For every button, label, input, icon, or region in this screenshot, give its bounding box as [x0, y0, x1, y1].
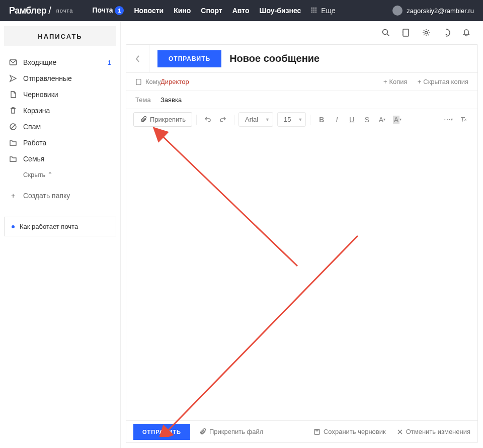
- bcc-button[interactable]: + Скрытая копия: [418, 78, 468, 85]
- folder-icon: [9, 155, 17, 163]
- svg-line-17: [167, 236, 358, 432]
- folder-work[interactable]: Работа: [4, 136, 116, 150]
- folder-label: Семья: [23, 155, 44, 163]
- more-formatting-button[interactable]: ⋯▾: [441, 113, 455, 127]
- svg-point-7: [313, 12, 314, 13]
- svg-point-8: [315, 12, 316, 13]
- folder-sent[interactable]: Отправленные: [4, 71, 116, 85]
- utility-row: [121, 21, 483, 44]
- svg-point-6: [311, 12, 312, 13]
- search-icon[interactable]: [381, 28, 390, 37]
- svg-point-2: [315, 8, 316, 9]
- folder-label: Корзина: [23, 107, 50, 115]
- compose-title: Новое сообщение: [229, 53, 319, 64]
- hide-folders-link[interactable]: Скрыть ⌃: [4, 168, 116, 182]
- top-nav: Почта1 Новости Кино Спорт Авто Шоу-бизне…: [92, 6, 335, 15]
- folder-inbox[interactable]: Входящие 1: [4, 55, 116, 69]
- nav-sport[interactable]: Спорт: [201, 7, 222, 15]
- contacts-icon: [135, 78, 142, 85]
- inbox-count: 1: [108, 59, 111, 66]
- folder-label: Отправленные: [23, 74, 72, 82]
- bottom-send-button[interactable]: ОТПРАВИТЬ: [133, 424, 190, 440]
- svg-point-14: [446, 34, 446, 35]
- nav-mail[interactable]: Почта1: [92, 6, 124, 15]
- logo-subtitle: почта: [56, 8, 73, 14]
- folder-label: Спам: [23, 123, 41, 131]
- main-area: ОТПРАВИТЬ Новое сообщение Кому Директор …: [121, 21, 483, 448]
- logo: Рамблер: [9, 6, 46, 16]
- svg-point-4: [313, 10, 314, 11]
- svg-point-3: [311, 10, 312, 11]
- bg-color-button[interactable]: A▾: [390, 113, 404, 127]
- folder-icon: [9, 139, 17, 147]
- font-family-select[interactable]: Arial▼: [238, 112, 273, 127]
- strike-button[interactable]: S: [360, 113, 374, 127]
- gear-icon[interactable]: [422, 28, 431, 37]
- dot-icon: [12, 225, 15, 228]
- annotation-arrow-2: [151, 231, 363, 437]
- send-button[interactable]: ОТПРАВИТЬ: [157, 50, 221, 67]
- folder-trash[interactable]: Корзина: [4, 104, 116, 118]
- redo-button[interactable]: [216, 113, 230, 127]
- editor-body[interactable]: [126, 130, 477, 420]
- save-icon: [313, 428, 320, 435]
- folder-label: Черновики: [23, 91, 58, 99]
- compose-panel: ОТПРАВИТЬ Новое сообщение Кому Директор …: [126, 44, 478, 443]
- folder-drafts[interactable]: Черновики: [4, 87, 116, 102]
- compose-button[interactable]: НАПИСАТЬ: [4, 26, 116, 46]
- svg-line-16: [162, 135, 297, 266]
- compose-bottom-bar: ОТПРАВИТЬ Прикрепить файл Сохранить черн…: [126, 420, 477, 442]
- paperclip-icon: [199, 428, 206, 435]
- clear-formatting-button[interactable]: Tx: [456, 113, 470, 127]
- bell-icon[interactable]: [462, 28, 471, 37]
- subject-label: Тема: [135, 96, 160, 104]
- svg-point-5: [315, 10, 316, 11]
- cancel-link[interactable]: Отменить изменения: [397, 428, 470, 435]
- folder-label: Входящие: [23, 58, 56, 66]
- chevron-up-icon: ⌃: [47, 171, 53, 178]
- help-link[interactable]: Как работает почта: [4, 217, 116, 236]
- spam-icon: [9, 123, 17, 131]
- undo-button[interactable]: [201, 113, 215, 127]
- attach-button[interactable]: Прикрепить: [133, 112, 192, 127]
- svg-rect-18: [314, 429, 319, 434]
- nav-news[interactable]: Новости: [134, 7, 164, 15]
- sent-icon: [9, 74, 17, 82]
- paperclip-icon: [140, 116, 147, 123]
- svg-point-13: [425, 32, 428, 34]
- trash-icon: [9, 107, 17, 115]
- avatar[interactable]: [392, 6, 403, 16]
- svg-point-1: [313, 8, 314, 9]
- nav-more[interactable]: Еще: [311, 7, 335, 15]
- svg-rect-12: [403, 29, 409, 36]
- to-label: Кому: [135, 78, 160, 85]
- text-color-button[interactable]: A▾: [375, 113, 389, 127]
- user-email[interactable]: zagorskiy2@rambler.ru: [407, 7, 474, 15]
- sidebar: НАПИСАТЬ Входящие 1 Отправленные Чернови…: [0, 21, 121, 448]
- nav-auto[interactable]: Авто: [232, 7, 250, 15]
- editor-toolbar: Прикрепить Arial▼ 15▼ B I U S A▾ A▾ ⋯▾ T…: [126, 109, 477, 130]
- nav-showbiz[interactable]: Шоу-бизнес: [259, 7, 301, 15]
- cc-button[interactable]: + Копия: [383, 78, 408, 85]
- help-icon[interactable]: [442, 28, 451, 37]
- envelope-icon: [9, 58, 17, 66]
- svg-point-11: [383, 30, 388, 35]
- mail-badge: 1: [115, 6, 124, 15]
- file-icon: [9, 91, 17, 99]
- underline-button[interactable]: U: [345, 113, 359, 127]
- italic-button[interactable]: I: [330, 113, 344, 127]
- folder-family[interactable]: Семья: [4, 152, 116, 166]
- font-size-select[interactable]: 15▼: [277, 112, 306, 127]
- bottom-attach-link[interactable]: Прикрепить файл: [199, 428, 263, 435]
- create-folder-link[interactable]: + Создать папку: [4, 189, 116, 203]
- subject-value[interactable]: Заявка: [160, 96, 182, 104]
- close-icon: [397, 429, 403, 435]
- back-button[interactable]: [126, 45, 149, 72]
- nav-cinema[interactable]: Кино: [174, 7, 191, 15]
- to-value[interactable]: Директор: [160, 78, 189, 85]
- topbar: Рамблер/ почта Почта1 Новости Кино Спорт…: [0, 0, 483, 21]
- folder-spam[interactable]: Спам: [4, 120, 116, 134]
- bold-button[interactable]: B: [314, 113, 329, 127]
- save-draft-link[interactable]: Сохранить черновик: [313, 428, 386, 435]
- contacts-icon[interactable]: [401, 28, 411, 37]
